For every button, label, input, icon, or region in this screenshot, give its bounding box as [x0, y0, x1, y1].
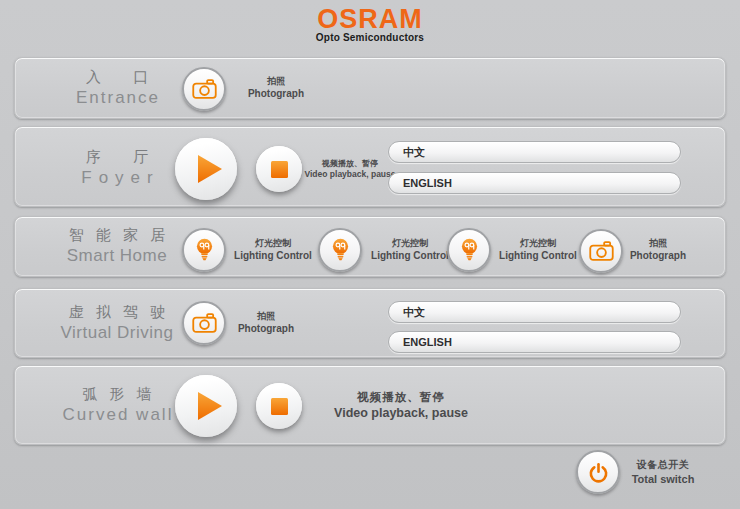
lightbulb-icon	[195, 238, 214, 262]
virtual-driving-panel: 虚 拟 驾 驶 Virtual Driving 拍照 Photograph 中文…	[14, 288, 726, 358]
foyer-english-button[interactable]: ENGLISH	[388, 172, 681, 194]
foyer-stop-button[interactable]	[256, 146, 302, 192]
video-label-zh: 视频播放、暂停	[300, 158, 400, 169]
play-icon	[197, 154, 223, 184]
entrance-panel: 入 口 Entrance 拍照 Photograph	[14, 57, 726, 119]
foyer-video-label: 视频播放、暂停 Video playback, pause	[300, 158, 400, 180]
photo-label-zh: 拍照	[206, 310, 326, 322]
photo-label-en: Photograph	[206, 322, 326, 335]
header: OSRAM Opto Semiconductors	[0, 6, 740, 43]
logo-subtitle: Opto Semiconductors	[0, 32, 740, 43]
play-icon	[197, 391, 223, 421]
curved-wall-video-label: 视频播放、暂停 Video playback, pause	[321, 390, 481, 421]
curved-wall-panel: 弧 形 墙 Curved wall 视频播放、暂停 Video playback…	[14, 365, 726, 445]
stop-icon	[271, 161, 288, 178]
lighting-label-1: 灯光控制 Lighting Control	[213, 237, 333, 262]
video-label-zh: 视频播放、暂停	[321, 390, 481, 405]
foyer-chinese-button[interactable]: 中文	[388, 141, 681, 163]
smart-home-panel: 智 能 家 居 Smart Home 灯光控制 Lighting Cont	[14, 216, 726, 277]
smart-home-photo-label: 拍照 Photograph	[598, 237, 718, 262]
smart-home-title-en: Smart Home	[27, 245, 207, 266]
camera-icon	[192, 79, 217, 99]
photo-label-en: Photograph	[598, 249, 718, 262]
virtual-driving-title-en: Virtual Driving	[27, 322, 207, 343]
lightbulb-icon	[460, 238, 479, 262]
stop-icon	[271, 398, 288, 415]
virtual-driving-chinese-button[interactable]: 中文	[388, 301, 681, 323]
curved-wall-stop-button[interactable]	[256, 383, 302, 429]
entrance-photo-label: 拍照 Photograph	[216, 75, 336, 100]
virtual-driving-photo-label: 拍照 Photograph	[206, 310, 326, 335]
video-label-en: Video playback, pause	[300, 169, 400, 180]
entrance-title: 入 口 Entrance	[27, 67, 207, 108]
video-label-en: Video playback, pause	[321, 405, 481, 421]
photo-label-zh: 拍照	[598, 237, 718, 249]
photo-label-en: Photograph	[216, 87, 336, 100]
total-switch-label: 设备总开关 Total switch	[608, 458, 718, 486]
lighting-label-en: Lighting Control	[213, 249, 333, 262]
total-switch-label-zh: 设备总开关	[608, 458, 718, 472]
foyer-play-button[interactable]	[175, 138, 237, 200]
photo-label-zh: 拍照	[216, 75, 336, 87]
virtual-driving-title: 虚 拟 驾 驶 Virtual Driving	[27, 302, 207, 343]
smart-home-title: 智 能 家 居 Smart Home	[27, 225, 207, 266]
foyer-panel: 序 厅 Foyer 视频播放、暂停 Video playback, pause …	[14, 126, 726, 207]
curved-wall-play-button[interactable]	[175, 375, 237, 437]
virtual-driving-english-button[interactable]: ENGLISH	[388, 331, 681, 353]
control-panel-screen: OSRAM Opto Semiconductors 入 口 Entrance 拍…	[0, 0, 740, 509]
lightbulb-icon	[331, 238, 350, 262]
power-icon	[587, 461, 610, 484]
osram-logo: OSRAM	[0, 6, 740, 32]
lighting-label-zh: 灯光控制	[213, 237, 333, 249]
total-switch-label-en: Total switch	[608, 472, 718, 486]
